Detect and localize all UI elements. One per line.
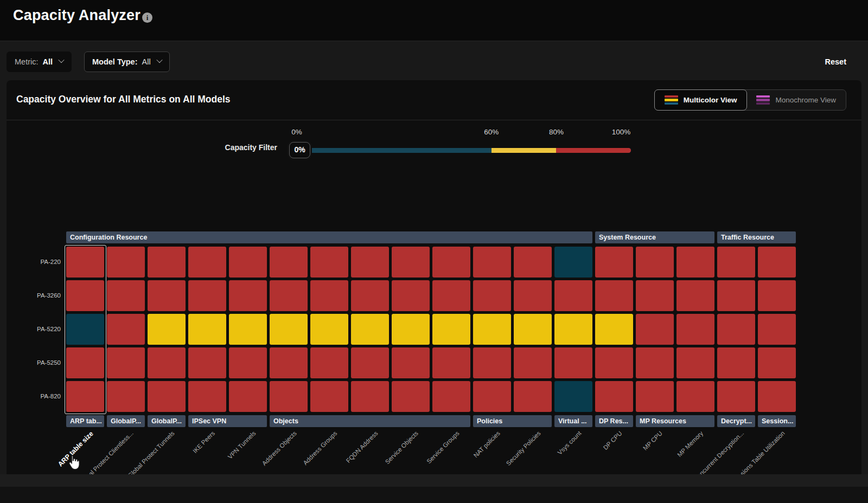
heatmap-cell[interactable]: [229, 280, 267, 311]
heatmap-cell[interactable]: [351, 280, 389, 311]
heatmap-cell[interactable]: [473, 381, 511, 412]
heatmap-cell[interactable]: [66, 280, 104, 311]
heatmap-cell[interactable]: [676, 247, 714, 278]
heatmap-cell[interactable]: [392, 381, 430, 412]
heatmap-cell[interactable]: [514, 347, 552, 378]
heatmap-cell[interactable]: [758, 247, 796, 278]
heatmap-cell[interactable]: [717, 381, 755, 412]
heatmap-cell[interactable]: [473, 314, 511, 345]
heatmap-cell[interactable]: [310, 314, 348, 345]
heatmap-cell[interactable]: [514, 381, 552, 412]
heatmap-cell[interactable]: [351, 247, 389, 278]
heatmap-cell[interactable]: [188, 280, 226, 311]
heatmap-cell[interactable]: [636, 347, 674, 378]
heatmap-cell[interactable]: [636, 247, 674, 278]
heatmap-cell[interactable]: [66, 247, 104, 278]
heatmap-cell[interactable]: [473, 347, 511, 378]
capacity-slider-handle[interactable]: 0%: [289, 142, 310, 158]
heatmap-cell[interactable]: [351, 381, 389, 412]
heatmap-cell[interactable]: [270, 280, 308, 311]
heatmap-cell[interactable]: [188, 381, 226, 412]
heatmap-cell[interactable]: [676, 314, 714, 345]
heatmap-cell[interactable]: [554, 347, 592, 378]
model-type-dropdown[interactable]: Model Type: All: [84, 51, 170, 72]
heatmap-cell[interactable]: [66, 347, 104, 378]
heatmap-cell[interactable]: [636, 381, 674, 412]
heatmap-cell[interactable]: [310, 381, 348, 412]
heatmap-cell[interactable]: [514, 314, 552, 345]
heatmap-cell[interactable]: [717, 280, 755, 311]
heatmap-cell[interactable]: [270, 314, 308, 345]
heatmap-cell[interactable]: [148, 280, 186, 311]
heatmap-cell[interactable]: [229, 381, 267, 412]
heatmap-cell[interactable]: [66, 314, 104, 345]
heatmap-cell[interactable]: [717, 314, 755, 345]
heatmap-cell[interactable]: [636, 280, 674, 311]
heatmap-cell[interactable]: [717, 247, 755, 278]
heatmap-cell[interactable]: [514, 247, 552, 278]
heatmap-cell[interactable]: [554, 247, 592, 278]
heatmap-cell[interactable]: [392, 247, 430, 278]
heatmap-cell[interactable]: [107, 247, 145, 278]
heatmap-cell[interactable]: [554, 314, 592, 345]
multicolor-view-button[interactable]: Multicolor View: [654, 89, 748, 111]
info-icon[interactable]: i: [142, 12, 152, 23]
heatmap-cell[interactable]: [229, 247, 267, 278]
heatmap-cell[interactable]: [392, 347, 430, 378]
monochrome-view-button[interactable]: Monochrome View: [746, 90, 846, 110]
heatmap-cell[interactable]: [636, 314, 674, 345]
heatmap-cell[interactable]: [595, 347, 633, 378]
heatmap-cell[interactable]: [107, 381, 145, 412]
heatmap-cell[interactable]: [432, 280, 470, 311]
heatmap-cell[interactable]: [758, 280, 796, 311]
heatmap-cell[interactable]: [595, 247, 633, 278]
heatmap-cell[interactable]: [148, 247, 186, 278]
heatmap-cell[interactable]: [554, 280, 592, 311]
heatmap-cell[interactable]: [473, 280, 511, 311]
heatmap-cell[interactable]: [229, 314, 267, 345]
heatmap-cell[interactable]: [432, 381, 470, 412]
heatmap-cell[interactable]: [432, 347, 470, 378]
panel-title: Capacity Overview for All Metrics on All…: [16, 94, 231, 105]
heatmap-cell[interactable]: [66, 381, 104, 412]
heatmap-cell[interactable]: [758, 314, 796, 345]
heatmap-cell[interactable]: [595, 314, 633, 345]
heatmap-cell[interactable]: [310, 347, 348, 378]
reset-button[interactable]: Reset: [825, 57, 847, 66]
heatmap-cell[interactable]: [554, 381, 592, 412]
heatmap-cell[interactable]: [310, 280, 348, 311]
heatmap-cell[interactable]: [351, 347, 389, 378]
heatmap-cell[interactable]: [432, 247, 470, 278]
metric-group-footer: ARP tab...: [66, 415, 104, 427]
heatmap-cell[interactable]: [514, 280, 552, 311]
heatmap-cell[interactable]: [758, 381, 796, 412]
heatmap-cell[interactable]: [595, 381, 633, 412]
heatmap-cell[interactable]: [148, 381, 186, 412]
heatmap-cell[interactable]: [758, 347, 796, 378]
heatmap-cell[interactable]: [473, 247, 511, 278]
heatmap-cell[interactable]: [270, 247, 308, 278]
heatmap-cell[interactable]: [270, 347, 308, 378]
heatmap-cell[interactable]: [148, 314, 186, 345]
heatmap-cell[interactable]: [392, 314, 430, 345]
heatmap-cell[interactable]: [229, 347, 267, 378]
heatmap-cell[interactable]: [676, 280, 714, 311]
heatmap-cell[interactable]: [188, 247, 226, 278]
heatmap-cell[interactable]: [270, 381, 308, 412]
heatmap-cell[interactable]: [107, 280, 145, 311]
heatmap-cell[interactable]: [676, 347, 714, 378]
capacity-slider-track[interactable]: [299, 148, 631, 153]
heatmap-cell[interactable]: [351, 314, 389, 345]
metric-dropdown[interactable]: Metric: All: [7, 51, 72, 72]
heatmap-cell[interactable]: [107, 314, 145, 345]
heatmap-cell[interactable]: [717, 347, 755, 378]
heatmap-cell[interactable]: [595, 280, 633, 311]
heatmap-cell[interactable]: [188, 314, 226, 345]
heatmap-cell[interactable]: [310, 247, 348, 278]
heatmap-cell[interactable]: [107, 347, 145, 378]
heatmap-cell[interactable]: [148, 347, 186, 378]
heatmap-cell[interactable]: [392, 280, 430, 311]
heatmap-cell[interactable]: [676, 381, 714, 412]
heatmap-cell[interactable]: [432, 314, 470, 345]
heatmap-cell[interactable]: [188, 347, 226, 378]
